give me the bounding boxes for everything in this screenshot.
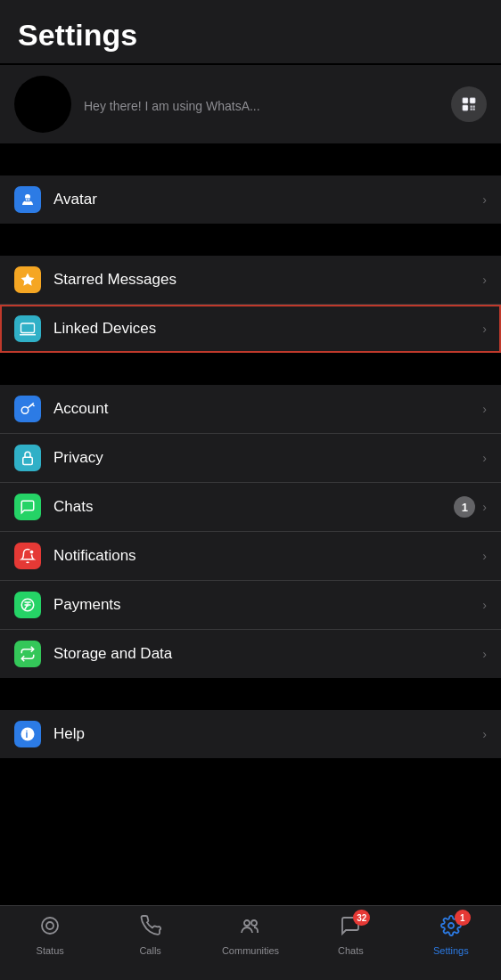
avatar-svg (20, 192, 36, 208)
section-gap-3 (0, 353, 501, 385)
qr-button[interactable] (451, 86, 487, 122)
section-gap-1 (0, 143, 501, 176)
laptop-svg (20, 321, 36, 337)
devices-section: Starred Messages › Linked Devices › (0, 256, 501, 353)
nav-item-calls[interactable]: Calls (100, 915, 200, 956)
chevron-icon: › (482, 549, 487, 563)
calls-nav-icon (140, 915, 161, 942)
avatar-section: Avatar › (0, 176, 501, 224)
svg-point-29 (42, 918, 58, 934)
svg-point-30 (46, 922, 53, 929)
settings-item-avatar[interactable]: Avatar › (0, 176, 501, 224)
notif-icon (14, 543, 41, 569)
calls-svg (140, 915, 161, 936)
nav-item-chats[interactable]: 32 Chats (300, 915, 400, 956)
settings-nav-icon: 1 (440, 915, 462, 942)
settings-item-privacy[interactable]: Privacy › (0, 434, 501, 483)
page-title: Settings (18, 18, 137, 52)
settings-nav-badge: 1 (455, 910, 471, 926)
help-svg: i (20, 726, 36, 742)
settings-nav-label: Settings (433, 945, 469, 956)
avatar (14, 76, 71, 133)
settings-item-storage[interactable]: Storage and Data › (0, 630, 501, 678)
settings-header: Settings (0, 0, 501, 63)
settings-item-notifications[interactable]: Notifications › (0, 532, 501, 581)
chevron-icon: › (482, 451, 487, 465)
svg-rect-5 (464, 107, 466, 109)
communities-nav-label: Communities (222, 945, 279, 956)
starred-label: Starred Messages (53, 271, 482, 289)
avatar-icon (14, 186, 41, 213)
rupee-icon: ₹ (14, 592, 41, 618)
payments-label: Payments (53, 596, 482, 614)
star-icon (14, 266, 41, 293)
chevron-icon: › (482, 402, 487, 416)
notifications-label: Notifications (53, 547, 482, 565)
svg-rect-13 (26, 199, 28, 200)
lock-icon (14, 445, 41, 471)
status-nav-icon (39, 915, 61, 942)
help-section: i Help › (0, 710, 501, 758)
chats-nav-icon: 32 (340, 915, 361, 942)
key-svg (20, 401, 36, 417)
status-svg (39, 915, 61, 936)
communities-nav-icon (240, 915, 261, 942)
star-svg (20, 272, 36, 288)
storage-svg (20, 646, 36, 662)
svg-rect-8 (473, 106, 475, 108)
chat-svg (20, 499, 36, 515)
key-icon (14, 396, 41, 422)
chats-label: Chats (53, 498, 454, 516)
svg-rect-7 (471, 106, 472, 108)
settings-item-linked-devices[interactable]: Linked Devices › (0, 305, 501, 353)
svg-point-33 (448, 923, 454, 928)
settings-item-help[interactable]: i Help › (0, 710, 501, 758)
section-gap-4 (0, 678, 501, 710)
rupee-svg: ₹ (20, 597, 36, 613)
svg-rect-22 (23, 457, 33, 464)
svg-rect-9 (471, 109, 472, 110)
settings-item-chats[interactable]: Chats 1 › (0, 483, 501, 532)
svg-rect-16 (21, 323, 35, 333)
profile-info: Hey there! I am using WhatsA... (71, 95, 451, 113)
nav-item-communities[interactable]: Communities (201, 915, 300, 956)
nav-item-status[interactable]: Status (0, 915, 100, 956)
settings-item-payments[interactable]: ₹ Payments › (0, 581, 501, 630)
storage-label: Storage and Data (53, 645, 482, 663)
account-label: Account (53, 400, 482, 418)
storage-icon (14, 641, 41, 667)
section-gap-2 (0, 224, 501, 256)
profile-row[interactable]: Hey there! I am using WhatsA... (0, 65, 501, 143)
avatar-label: Avatar (53, 191, 482, 208)
chats-nav-label: Chats (338, 945, 364, 956)
linked-devices-label: Linked Devices (53, 320, 482, 338)
svg-line-21 (30, 405, 32, 407)
chevron-icon: › (482, 500, 487, 514)
chevron-icon: › (482, 647, 487, 661)
laptop-icon (14, 315, 41, 342)
settings-item-account[interactable]: Account › (0, 385, 501, 434)
svg-rect-14 (28, 199, 29, 200)
qr-icon (461, 96, 477, 112)
svg-rect-12 (24, 199, 31, 202)
settings-item-starred[interactable]: Starred Messages › (0, 256, 501, 305)
svg-rect-3 (464, 100, 466, 102)
chevron-icon: › (482, 322, 487, 336)
svg-point-32 (251, 920, 257, 926)
svg-text:i: i (25, 729, 28, 739)
svg-rect-10 (473, 109, 475, 110)
svg-line-20 (32, 404, 34, 406)
help-icon: i (14, 721, 41, 747)
chevron-icon: › (482, 598, 487, 612)
status-nav-label: Status (37, 945, 64, 956)
bottom-nav: Status Calls Communities 32 C (0, 905, 501, 980)
chevron-icon: › (482, 192, 487, 207)
svg-marker-15 (21, 274, 35, 286)
svg-text:₹: ₹ (26, 602, 29, 608)
svg-point-24 (30, 551, 34, 554)
chats-badge: 1 (454, 496, 475, 518)
nav-item-settings[interactable]: 1 Settings (401, 915, 501, 956)
chat-icon (14, 494, 41, 520)
lock-svg (20, 450, 36, 466)
main-settings-section: Account › Privacy › Chats 1 › (0, 385, 501, 678)
